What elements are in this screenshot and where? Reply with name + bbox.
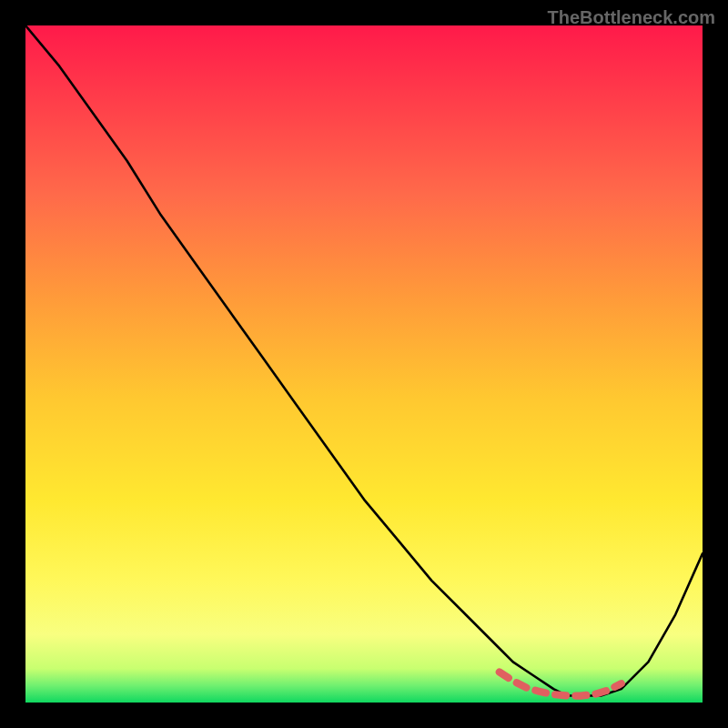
optimal-zone-marker xyxy=(500,672,622,696)
chart-curve-layer xyxy=(25,25,703,703)
bottleneck-curve-line xyxy=(25,25,703,696)
chart-plot-area xyxy=(25,25,703,703)
watermark-text: TheBottleneck.com xyxy=(548,7,715,28)
